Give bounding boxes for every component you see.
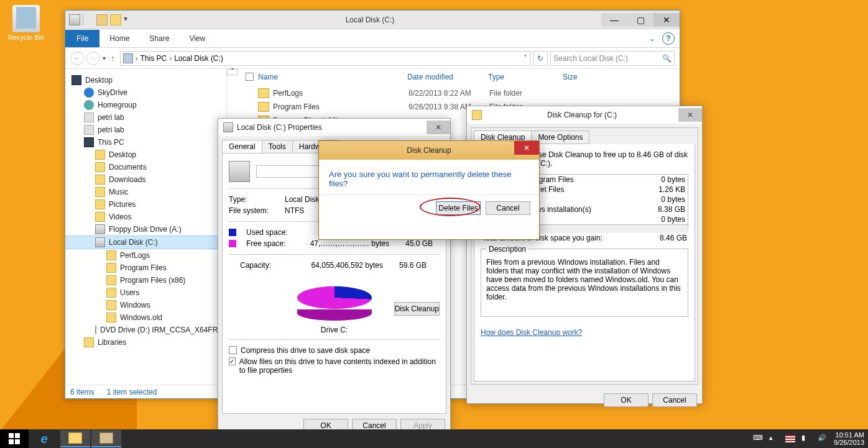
properties-icon[interactable] [96, 14, 108, 25]
pc-icon [84, 137, 94, 147]
taskbar: e ⌨ ▴ ▮ 🔊 10:51 AM 9/26/2013 [0, 429, 868, 448]
confirm-title: Disk Cleanup [407, 146, 451, 155]
column-type[interactable]: Type [488, 73, 563, 83]
cancel-button[interactable]: Cancel [486, 201, 530, 215]
nav-item[interactable]: Pictures [65, 198, 226, 211]
nav-item[interactable]: This PC [65, 136, 226, 149]
tab-file[interactable]: File [65, 30, 99, 47]
nav-item[interactable]: petri lab [65, 124, 226, 136]
nav-item[interactable]: Program Files [65, 262, 226, 274]
nav-item[interactable]: Videos [65, 211, 226, 223]
action-center-icon[interactable] [785, 435, 795, 442]
description-text: Files from a previous Windows installati… [486, 258, 683, 301]
cloud-icon [84, 88, 94, 98]
help-link[interactable]: How does Disk Cleanup work? [481, 328, 582, 337]
confirm-titlebar[interactable]: Disk Cleanup ✕ [319, 141, 539, 160]
file-row[interactable]: PerfLogs8/22/2013 8:22 AMFile folder [227, 86, 680, 100]
nav-item[interactable]: Libraries [65, 336, 226, 349]
home-icon [84, 100, 94, 110]
used-color-swatch [229, 229, 236, 236]
qat-separator [83, 14, 94, 25]
nav-item[interactable]: SkyDrive [65, 86, 226, 99]
taskbar-app[interactable] [91, 430, 121, 447]
volume-icon[interactable]: 🔊 [818, 434, 828, 444]
folder-icon [95, 199, 105, 209]
column-date[interactable]: Date modified [407, 73, 488, 83]
nav-item[interactable]: Desktop [65, 74, 226, 86]
taskbar-explorer[interactable] [60, 430, 90, 447]
scroll-up-icon[interactable]: ˆ [227, 69, 238, 75]
free-color-swatch [229, 240, 236, 247]
column-size[interactable]: Size [563, 73, 612, 83]
nav-item[interactable]: DVD Drive (D:) IRM_CCSA_X64FRE_ [65, 324, 226, 336]
back-button[interactable]: ← [70, 52, 84, 65]
recycle-bin-label: Recycle Bin [6, 34, 46, 41]
tab-more-options[interactable]: More Options [531, 130, 589, 144]
nav-item[interactable]: Users [65, 286, 226, 299]
nav-item[interactable]: Local Disk (C:) [65, 235, 226, 249]
tab-general[interactable]: General [222, 140, 262, 153]
cancel-button[interactable]: Cancel [652, 393, 697, 407]
recycle-bin[interactable]: Recycle Bin [6, 5, 46, 41]
up-button[interactable]: ↑ [108, 53, 118, 63]
index-checkbox[interactable]: ✓ [229, 357, 236, 365]
nav-item[interactable]: Windows [65, 299, 226, 311]
refresh-button[interactable]: ↻ [533, 51, 548, 66]
delete-files-button[interactable]: Delete Files [436, 201, 481, 215]
breadcrumb-current[interactable]: Local Disk (C:) [174, 54, 223, 63]
nav-item[interactable]: Floppy Disk Drive (A:) [65, 223, 226, 235]
nav-item[interactable]: Windows.old [65, 311, 226, 324]
cleanup-icon [472, 110, 482, 120]
folder-icon [95, 187, 105, 197]
qat-dropdown-icon[interactable]: ▾ [124, 14, 135, 25]
user-icon [84, 125, 94, 135]
minimize-button[interactable]: — [601, 13, 627, 27]
properties-titlebar[interactable]: Local Disk (C:) Properties ✕ [218, 119, 450, 136]
new-folder-icon[interactable] [110, 14, 121, 25]
disk-icon [95, 237, 105, 247]
help-icon[interactable]: ? [662, 32, 675, 45]
forward-button[interactable]: → [86, 52, 100, 65]
maximize-button[interactable]: ▢ [627, 13, 653, 27]
nav-item[interactable]: petri lab [65, 111, 226, 124]
nav-item[interactable]: Desktop [65, 149, 226, 161]
nav-item[interactable]: PerfLogs [65, 249, 226, 262]
drive-icon [223, 122, 233, 132]
confirm-message: Are you sure you want to permanently del… [319, 160, 539, 194]
nav-item[interactable]: Downloads [65, 173, 226, 186]
search-input[interactable]: Search Local Disk (C:) 🔍 [550, 51, 675, 66]
compress-checkbox[interactable] [229, 346, 237, 354]
disk-cleanup-button[interactable]: Disk Cleanup [394, 302, 440, 316]
folder-icon [258, 88, 269, 98]
tab-home[interactable]: Home [99, 30, 139, 47]
column-name[interactable]: Name [258, 73, 407, 83]
close-button[interactable]: ✕ [678, 108, 702, 122]
keyboard-icon[interactable]: ⌨ [753, 434, 763, 444]
expand-ribbon-icon[interactable]: ⌄ [646, 32, 658, 45]
breadcrumb-root[interactable]: This PC [141, 54, 167, 63]
cleanup-titlebar[interactable]: Disk Cleanup for (C:) ✕ [467, 106, 702, 124]
capacity-pie-chart [297, 276, 372, 326]
close-button[interactable]: ✕ [653, 13, 680, 27]
tab-share[interactable]: Share [139, 30, 179, 47]
nav-item[interactable]: Homegroup [65, 99, 226, 111]
nav-item[interactable]: Music [65, 186, 226, 198]
breadcrumb[interactable]: › This PC › Local Disk (C:) ˅ [120, 51, 531, 66]
network-icon[interactable]: ▮ [801, 434, 811, 444]
select-all-checkbox[interactable] [246, 73, 254, 81]
close-button[interactable]: ✕ [427, 121, 450, 134]
clock[interactable]: 10:51 AM 9/26/2013 [834, 431, 864, 446]
start-button[interactable] [0, 429, 29, 448]
date: 9/26/2013 [834, 439, 864, 446]
nav-item[interactable]: Documents [65, 161, 226, 173]
nav-item[interactable]: Program Files (x86) [65, 274, 226, 286]
ok-button[interactable]: OK [604, 393, 649, 407]
history-dropdown-icon[interactable]: ▾ [103, 55, 106, 62]
folder-icon [95, 162, 105, 172]
tab-tools[interactable]: Tools [262, 140, 293, 153]
taskbar-ie[interactable]: e [29, 430, 59, 447]
explorer-titlebar[interactable]: ▾ Local Disk (C:) — ▢ ✕ [65, 11, 680, 29]
tray-chevron-icon[interactable]: ▴ [769, 434, 779, 444]
tab-view[interactable]: View [179, 30, 215, 47]
close-button[interactable]: ✕ [514, 141, 539, 155]
